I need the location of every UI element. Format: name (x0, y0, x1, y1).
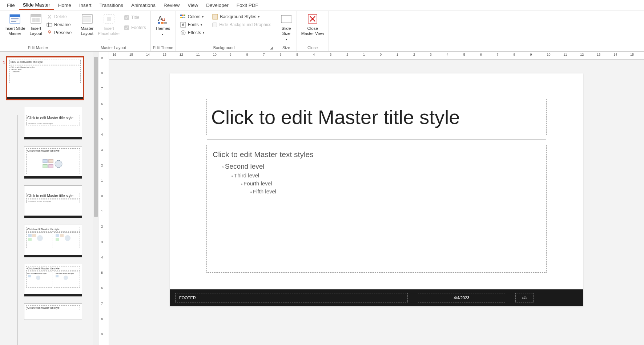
master-layout-button[interactable]: Master Layout (79, 12, 96, 37)
tab-slide-master[interactable]: Slide Master (19, 1, 54, 10)
svg-rect-19 (158, 22, 160, 24)
content-level-2: Second level (221, 163, 540, 171)
slide-number-placeholder[interactable]: ‹#› (515, 293, 534, 302)
group-close-label: Close (299, 45, 326, 51)
slide-size-label: Slide Size (282, 26, 291, 36)
colors-label: Colors (188, 14, 201, 19)
close-master-view-label: Close Master View (301, 26, 324, 36)
thumbnail-layout-4[interactable]: Click to edit Master title style (24, 225, 89, 257)
title-placeholder[interactable]: Click to edit Master title style (206, 99, 547, 135)
svg-rect-1 (10, 15, 20, 17)
background-dialog-launcher[interactable]: ◢ (270, 46, 274, 50)
svg-rect-24 (184, 15, 185, 16)
group-edit-theme: Aa Themes ▾ Edit Theme (151, 11, 176, 51)
workspace: 1 Click to edit Master title style Click… (0, 52, 644, 345)
chevron-down-icon: ▾ (286, 38, 287, 41)
thumbnail-layout-2[interactable]: Click to edit Master title style (24, 146, 89, 179)
fonts-button[interactable]: A Fonts ▾ (179, 21, 206, 28)
thumbnail-layout-5[interactable]: Click to edit Master title style Click t… (24, 264, 89, 297)
group-edit-master-label: Edit Master (2, 45, 74, 51)
thumb-master-title: Click to edit Master title style (9, 60, 81, 64)
svg-rect-25 (180, 17, 182, 18)
thumbnail-panel: 1 Click to edit Master title style Click… (0, 52, 99, 345)
thumbnail-layout-3[interactable]: Click to edit Master title style Click t… (24, 185, 89, 218)
effects-icon (180, 30, 186, 36)
insert-placeholder-icon (103, 13, 115, 25)
thumbnail-scrollbar-handle[interactable] (94, 57, 98, 217)
tab-review[interactable]: Review (160, 1, 184, 9)
content-level-4: Fourth level (241, 180, 540, 186)
svg-rect-48 (28, 275, 31, 277)
group-master-layout-label: Master Layout (79, 45, 148, 51)
rename-label: Rename (54, 22, 71, 27)
group-edit-theme-label: Edit Theme (153, 45, 173, 51)
tab-home[interactable]: Home (54, 1, 75, 9)
hide-bg-graphics-checkbox[interactable]: Hide Background Graphics (211, 21, 273, 28)
footers-checkbox-label: Footers (131, 25, 146, 30)
insert-slide-master-button[interactable]: Insert Slide Master (2, 12, 28, 37)
thumbnail-master[interactable]: 1 Click to edit Master title style Click… (6, 56, 89, 100)
thumbnail-scrollbar[interactable] (93, 52, 99, 345)
effects-button[interactable]: Effects ▾ (179, 29, 206, 36)
delete-label: Delete (54, 14, 67, 19)
date-placeholder[interactable]: 4/4/2023 (418, 293, 505, 302)
slide-master-canvas[interactable]: Click to edit Master title style Click t… (170, 73, 583, 306)
tab-transitions[interactable]: Transitions (96, 1, 128, 9)
insert-layout-button[interactable]: Insert Layout (28, 12, 45, 37)
svg-rect-2 (11, 18, 19, 19)
title-checkbox[interactable]: Title (123, 14, 148, 21)
tab-insert[interactable]: Insert (75, 1, 96, 9)
slide-canvas-wrap[interactable]: Click to edit Master title style Click t… (109, 60, 644, 345)
thumb-footer-bar (7, 97, 83, 99)
svg-rect-6 (31, 15, 41, 17)
tab-foxit[interactable]: Foxit PDF (233, 1, 262, 9)
svg-rect-27 (184, 17, 185, 18)
thumbnail-tree-line (17, 115, 18, 345)
ribbon: Insert Slide Master Insert Layout Delete… (0, 11, 644, 52)
footers-checkbox[interactable]: Footers (123, 24, 148, 31)
rename-button[interactable]: Rename (45, 21, 73, 28)
thumbnail-layout-6[interactable]: Click to edit Master title style (24, 303, 89, 320)
themes-icon: Aa (157, 13, 168, 25)
master-layout-label: Master Layout (81, 26, 93, 36)
thumb-two-content (26, 232, 80, 248)
svg-point-47 (65, 235, 71, 241)
thumb-layout-title: Click to edit Master title style (26, 266, 80, 271)
hide-bg-graphics-input[interactable] (212, 23, 217, 27)
title-placeholder-text: Click to edit Master title style (211, 106, 460, 128)
close-master-view-button[interactable]: Close Master View (299, 12, 326, 37)
content-level-3: Third level (232, 172, 540, 178)
group-background-label: Background (178, 45, 270, 51)
tab-animations[interactable]: Animations (127, 1, 160, 9)
themes-button[interactable]: Aa Themes ▾ (153, 12, 173, 37)
delete-button[interactable]: Delete (45, 13, 73, 20)
hide-bg-graphics-label: Hide Background Graphics (219, 22, 271, 27)
insert-placeholder-button[interactable]: Insert Placeholder ▾ (96, 12, 122, 42)
svg-point-31 (182, 32, 184, 34)
tab-developer[interactable]: Developer (202, 1, 233, 9)
background-styles-button[interactable]: Background Styles ▾ (211, 13, 273, 20)
footers-checkbox-input[interactable] (124, 25, 129, 30)
background-styles-label: Background Styles (220, 14, 256, 19)
master-layout-icon (81, 13, 93, 25)
thumb-footer-bar (24, 137, 82, 139)
svg-rect-21 (164, 22, 167, 24)
footer-placeholder[interactable]: FOOTER (175, 293, 408, 302)
content-placeholder[interactable]: Click to edit Master text styles Second … (206, 145, 547, 273)
tab-file[interactable]: File (3, 1, 19, 9)
thumb-master-body: Click to edit Master text styles Second … (9, 65, 81, 83)
title-checkbox-input[interactable] (124, 15, 129, 20)
title-checkbox-label: Title (131, 15, 139, 20)
background-styles-icon (212, 14, 218, 20)
slide-size-button[interactable]: Slide Size ▾ (278, 12, 294, 42)
svg-rect-36 (49, 159, 53, 163)
thumb-comparison: Click to edit Master text styles Click t… (26, 272, 80, 288)
colors-button[interactable]: Colors ▾ (179, 13, 206, 20)
tab-view[interactable]: View (184, 1, 202, 9)
preserve-button[interactable]: Preserve (45, 29, 73, 36)
svg-rect-41 (32, 234, 36, 237)
fonts-icon: A (180, 22, 186, 28)
close-icon (307, 13, 318, 25)
thumbnail-layout-1[interactable]: Click to edit Master title style Click t… (24, 107, 89, 140)
editor-area: 1615141312111098765432101234567891011121… (109, 52, 644, 345)
